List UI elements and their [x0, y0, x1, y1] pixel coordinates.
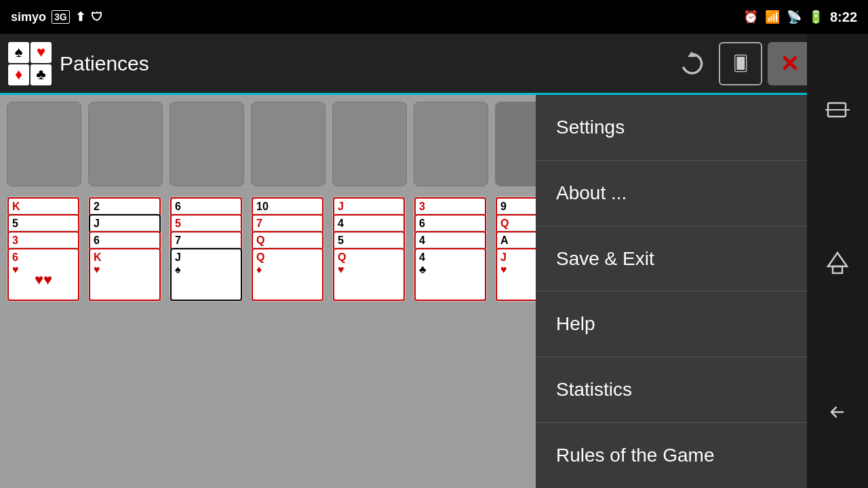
- home-button[interactable]: [817, 244, 858, 278]
- card[interactable]: 4♣: [414, 247, 487, 302]
- card[interactable]: 6♥ ♥♥: [7, 247, 80, 302]
- svg-marker-3: [828, 253, 847, 266]
- status-left: simyo 3G ⬆ 🛡: [11, 9, 103, 24]
- status-right: ⏰ 📶 📡 🔋 8:22: [743, 9, 857, 25]
- spade-suit: ♠: [8, 42, 29, 63]
- foundation-slot-1: [7, 102, 81, 186]
- close-icon: ✕: [780, 50, 799, 77]
- dropdown-menu: Settings About ... Save & Exit Help Stat…: [536, 95, 807, 488]
- clock-label: 8:22: [830, 9, 857, 25]
- close-button[interactable]: ✕: [768, 42, 811, 85]
- card-column-5: J♥ 4♠ 5♣ Q♥: [332, 197, 407, 302]
- foundation-slot-3: [170, 102, 244, 186]
- foundation-slot-2: [88, 102, 163, 186]
- card-button[interactable]: 🂠: [719, 42, 762, 85]
- carrier-label: simyo: [11, 10, 46, 24]
- app-icon: ♠ ♥ ♦ ♣: [8, 42, 52, 85]
- card-column-1: K♥ K♥ 5♣ 5♣ 3♦ 3♦ 6♥: [7, 197, 81, 302]
- foundation-slot-6: [414, 102, 488, 186]
- menu-item-settings[interactable]: Settings: [536, 95, 807, 161]
- game-area: K♥ K♥ 5♣ 5♣ 3♦ 3♦ 6♥: [0, 95, 868, 488]
- refresh-button[interactable]: [670, 42, 713, 85]
- menu-item-statistics[interactable]: Statistics: [536, 357, 807, 423]
- card-column-4: 10♣ 7♦ Q♥ Q♦: [251, 197, 326, 302]
- status-bar: simyo 3G ⬆ 🛡 ⏰ 📶 📡 🔋 8:22: [0, 0, 868, 34]
- rotate-screen-button[interactable]: [817, 93, 858, 127]
- battery-icon: 🔋: [808, 9, 823, 24]
- card-icon: 🂠: [733, 55, 749, 73]
- card-column-2: 2♠ J♠ 6♠ K♥: [88, 197, 163, 302]
- card[interactable]: K♥: [88, 247, 161, 302]
- heart-suit: ♥: [31, 42, 52, 63]
- card[interactable]: Q♥: [332, 247, 406, 302]
- wifi-icon: 📶: [765, 9, 780, 24]
- foundation-slot-4: [251, 102, 326, 186]
- shield-icon: 🛡: [91, 10, 103, 24]
- alarm-icon: ⏰: [743, 9, 758, 24]
- upload-icon: ⬆: [75, 9, 85, 24]
- right-nav: [807, 34, 868, 488]
- card[interactable]: Q♦: [251, 247, 324, 302]
- signal-icon: 📡: [787, 9, 802, 24]
- foundation-slot-5: [332, 102, 407, 186]
- club-suit: ♣: [31, 64, 52, 85]
- menu-item-save-exit[interactable]: Save & Exit: [536, 226, 807, 292]
- menu-item-about[interactable]: About ...: [536, 161, 807, 226]
- card-column-3: 6♣ 5♥ 7♠ J♠: [170, 197, 244, 302]
- menu-item-help[interactable]: Help: [536, 291, 807, 357]
- app-bar: ♠ ♥ ♦ ♣ Patiences 🂠 ✕ ⋮: [0, 34, 868, 95]
- menu-item-rules[interactable]: Rules of the Game: [536, 423, 807, 488]
- diamond-suit: ♦: [8, 64, 29, 85]
- back-button[interactable]: [817, 395, 858, 429]
- 3g-icon: 3G: [52, 10, 70, 24]
- app-title: Patiences: [60, 52, 662, 75]
- card[interactable]: J♠: [170, 247, 243, 302]
- svg-rect-4: [833, 266, 842, 273]
- card-column-6: 3♥ 6♠ 4♣ 4♣: [414, 197, 488, 302]
